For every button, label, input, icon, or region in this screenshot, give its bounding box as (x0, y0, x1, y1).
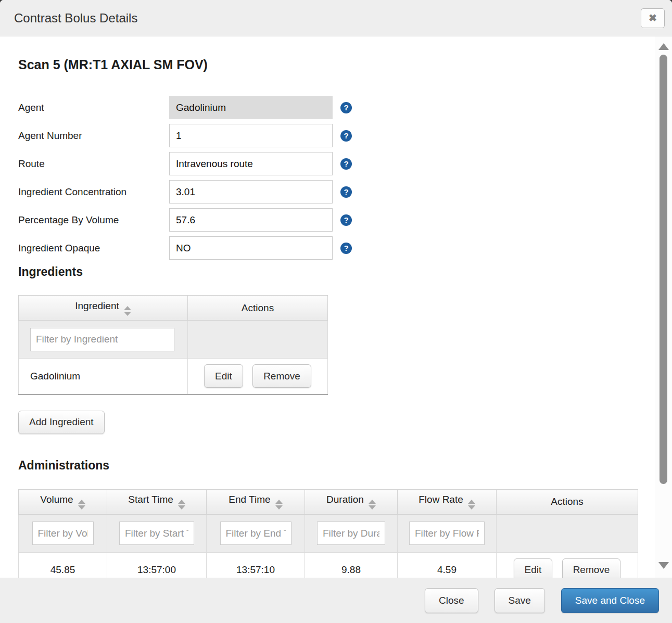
column-header-ingredient[interactable]: Ingredient (19, 296, 188, 321)
volume-cell: 45.85 (19, 552, 107, 578)
administrations-table: Volume Start Time End Time Duration Flow… (18, 489, 638, 578)
field-label: Agent Number (18, 130, 169, 142)
edit-administration-button[interactable]: Edit (514, 558, 553, 578)
scroll-down-arrow-icon[interactable] (658, 562, 669, 569)
duration-cell: 9.88 (305, 552, 398, 578)
column-header-start-time[interactable]: Start Time (107, 489, 207, 514)
agent-input (169, 96, 333, 119)
remove-administration-button[interactable]: Remove (562, 558, 621, 578)
close-icon: ✖ (649, 13, 657, 23)
start-time-filter-input[interactable] (119, 522, 194, 545)
end-time-cell: 13:57:10 (207, 552, 305, 578)
scroll-up-arrow-icon[interactable] (658, 43, 669, 50)
help-icon[interactable]: ? (340, 186, 352, 198)
volume-filter-input[interactable] (32, 522, 94, 545)
field-label: Agent (18, 102, 169, 113)
administrations-header-row: Volume Start Time End Time Duration Flow… (19, 489, 638, 514)
ingredients-table: Ingredient Actions Gadolinium Edit Remov… (18, 295, 328, 395)
ingredient-filter-input[interactable] (30, 328, 174, 351)
agent-number-input[interactable] (169, 124, 333, 147)
percentage-by-volume-input[interactable] (169, 208, 333, 232)
field-row-agent-number: Agent Number ? (18, 124, 641, 147)
edit-ingredient-button[interactable]: Edit (204, 364, 243, 388)
field-label: Ingredient Concentration (18, 186, 169, 198)
close-button[interactable]: Close (425, 588, 478, 613)
administrations-heading: Administrations (18, 459, 641, 472)
column-header-duration[interactable]: Duration (305, 489, 398, 514)
field-label: Ingredient Opaque (18, 243, 169, 254)
scrollbar-thumb[interactable] (660, 55, 667, 484)
administrations-filter-row (19, 514, 638, 552)
field-row-agent: Agent ? (18, 96, 641, 119)
column-header-flow-rate[interactable]: Flow Rate (398, 489, 497, 514)
contrast-bolus-modal: Contrast Bolus Details ✖ Scan 5 (MR:T1 A… (0, 0, 672, 623)
help-icon[interactable]: ? (340, 158, 352, 170)
field-row-percentage-by-volume: Percentage By Volume ? (18, 208, 641, 232)
add-ingredient-button[interactable]: Add Ingredient (18, 411, 105, 434)
flow-rate-cell: 4.59 (398, 552, 497, 578)
ingredients-filter-row (19, 321, 328, 359)
start-time-cell: 13:57:00 (107, 552, 207, 578)
flow-rate-filter-input[interactable] (409, 522, 485, 545)
duration-filter-input[interactable] (317, 522, 385, 545)
field-label: Percentage By Volume (18, 214, 169, 226)
modal-title: Contrast Bolus Details (14, 11, 137, 26)
route-input[interactable] (169, 152, 333, 175)
table-row: Gadolinium Edit Remove (19, 359, 328, 395)
sort-icon (468, 500, 475, 510)
scan-heading: Scan 5 (MR:T1 AXIAL SM FOV) (18, 57, 641, 72)
sort-icon (78, 500, 85, 510)
field-row-ingredient-concentration: Ingredient Concentration ? (18, 180, 641, 204)
modal-content: Scan 5 (MR:T1 AXIAL SM FOV) Agent ? Agen… (0, 36, 672, 578)
field-row-route: Route ? (18, 152, 641, 175)
field-row-ingredient-opaque: Ingredient Opaque ? (18, 236, 641, 260)
sort-icon (369, 500, 376, 510)
modal-close-button[interactable]: ✖ (641, 8, 665, 28)
sort-icon (275, 500, 283, 510)
ingredient-opaque-input[interactable] (169, 236, 333, 260)
save-and-close-button[interactable]: Save and Close (561, 588, 659, 613)
ingredient-concentration-input[interactable] (169, 180, 333, 204)
end-time-filter-input[interactable] (220, 522, 291, 545)
column-header-actions: Actions (497, 489, 638, 514)
help-icon[interactable]: ? (340, 214, 352, 226)
table-row: 45.85 13:57:00 13:57:10 9.88 4.59 Edit R… (19, 552, 638, 578)
modal-header: Contrast Bolus Details ✖ (0, 0, 672, 36)
ingredients-heading: Ingredients (18, 265, 641, 278)
vertical-scrollbar[interactable] (655, 36, 672, 578)
help-icon[interactable]: ? (340, 102, 352, 113)
save-button[interactable]: Save (495, 588, 545, 613)
sort-icon (124, 306, 131, 316)
column-header-end-time[interactable]: End Time (207, 489, 305, 514)
field-label: Route (18, 158, 169, 170)
column-header-actions: Actions (188, 296, 328, 321)
help-icon[interactable]: ? (340, 243, 352, 254)
ingredients-header-row: Ingredient Actions (19, 296, 328, 321)
modal-body: Scan 5 (MR:T1 AXIAL SM FOV) Agent ? Agen… (0, 36, 672, 578)
contrast-form: Agent ? Agent Number ? Route ? Ingredien… (18, 96, 641, 260)
modal-footer: Close Save Save and Close (0, 578, 672, 623)
ingredient-cell: Gadolinium (19, 359, 188, 395)
help-icon[interactable]: ? (340, 130, 352, 142)
sort-icon (178, 500, 185, 510)
column-header-volume[interactable]: Volume (19, 489, 107, 514)
remove-ingredient-button[interactable]: Remove (252, 364, 311, 388)
